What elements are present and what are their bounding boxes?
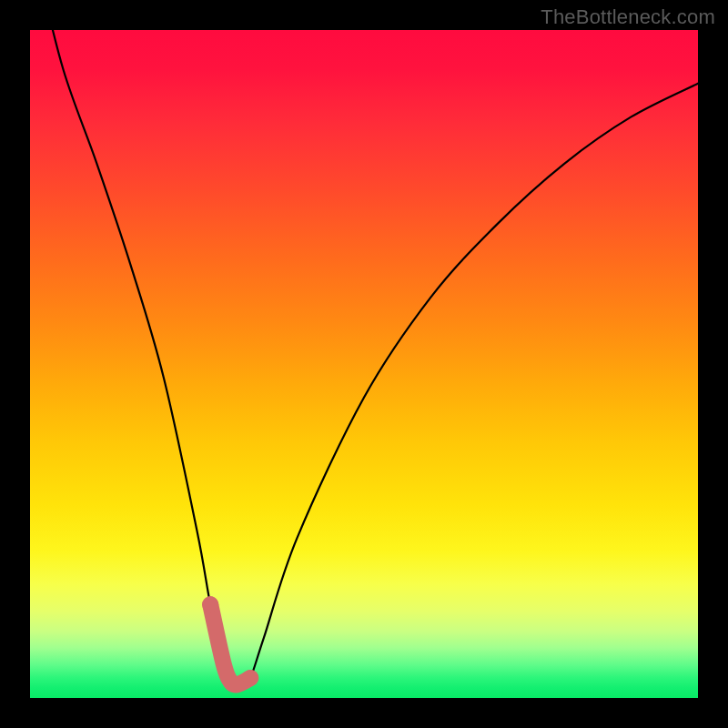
plot-area [30,30,698,698]
optimal-right-dot [242,670,258,686]
curve-svg [30,30,698,698]
chart-frame: TheBottleneck.com [0,0,728,728]
watermark-text: TheBottleneck.com [541,5,715,29]
optimal-left-dot [202,596,218,612]
bottleneck-curve [36,30,698,684]
